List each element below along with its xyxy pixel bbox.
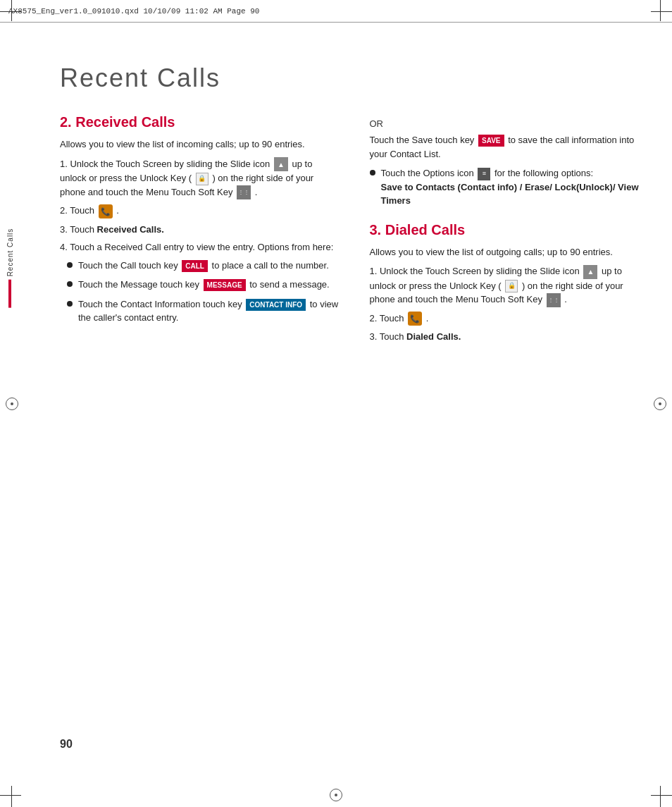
page-title: Recent Calls xyxy=(60,63,651,93)
step-3-bold: Received Calls. xyxy=(97,224,164,235)
section-3: 3. Dialed Calls Allows you to view the l… xyxy=(370,222,652,344)
bullet-options: Touch the Options icon ≡ for the followi… xyxy=(370,166,652,208)
bullet-dot-call xyxy=(67,262,73,268)
options-bold: Save to Contacts (Contact info) / Erase/… xyxy=(381,182,639,207)
section-3-intro: Allows you to view the list of outgoing … xyxy=(370,245,652,259)
step-2-period: . xyxy=(116,205,119,216)
side-label-container: Recent Calls xyxy=(0,228,20,308)
unlock-key-icon-2: 🔒 xyxy=(505,280,518,292)
crop-mark-br-h xyxy=(651,795,672,796)
section-3-step-2: 2. Touch 📞 . xyxy=(370,312,652,326)
menu-icon-2: ⋮⋮ xyxy=(547,293,561,307)
phone-icon-2: 📞 xyxy=(408,312,422,326)
slide-icon-1: ▲ xyxy=(274,157,288,171)
bullet-dot-message xyxy=(67,281,73,287)
section-2-bullets: Touch the Call touch key CALL to place a… xyxy=(67,259,342,325)
options-text-block: Touch the Options icon ≡ for the followi… xyxy=(381,166,652,208)
section-3-step-1: 1. Unlock the Touch Screen by sliding th… xyxy=(370,264,652,307)
step-1-num: 1. Unlock the Touch Screen by sliding th… xyxy=(60,159,273,169)
options-for-text: for the following options: xyxy=(494,168,593,178)
bullet-call-label: Touch the Call touch key xyxy=(78,260,180,271)
s3-step-1-text: 1. Unlock the Touch Screen by sliding th… xyxy=(370,266,583,276)
save-text-block: Touch the Save touch key SAVE to save th… xyxy=(370,133,652,161)
options-icon: ≡ xyxy=(478,168,490,180)
bullet-contact-info: Touch the Contact Information touch key … xyxy=(67,297,342,325)
bullet-dot-options xyxy=(370,170,375,175)
registration-circle-right xyxy=(654,398,666,410)
section-3-heading: 3. Dialed Calls xyxy=(370,222,652,238)
key-call-badge: CALL xyxy=(182,260,208,272)
section-2-step-4: 4. Touch a Received Call entry to view t… xyxy=(60,240,342,254)
s3-step-2-period: . xyxy=(426,313,429,324)
bullet-contact-text: Touch the Contact Information touch key … xyxy=(78,297,342,325)
or-text: OR xyxy=(370,118,652,129)
slide-icon-2: ▲ xyxy=(583,265,597,279)
registration-circle-left xyxy=(6,398,18,410)
side-label-text: Recent Calls xyxy=(6,228,14,277)
save-text: Touch the Save touch key xyxy=(370,135,475,145)
bullet-message-label: Touch the Message touch key xyxy=(78,279,202,290)
s3-step-1-text4: . xyxy=(564,294,567,304)
menu-icon-1: ⋮⋮ xyxy=(237,185,251,199)
bullet-message-text2: to send a message. xyxy=(249,279,329,290)
crop-mark-br-v xyxy=(660,786,661,807)
key-save-badge: SAVE xyxy=(478,135,504,147)
right-column: OR Touch the Save touch key SAVE to save… xyxy=(363,114,652,348)
section-2-intro: Allows you to view the list of incoming … xyxy=(60,137,342,152)
s3-step-3-bold: Dialed Calls. xyxy=(406,331,461,342)
left-column: 2. Received Calls Allows you to view the… xyxy=(60,114,349,348)
bullet-call-text2: to place a call to the number. xyxy=(212,260,329,271)
bullet-call-text: Touch the Call touch key CALL to place a… xyxy=(78,259,329,273)
bullet-message-text: Touch the Message touch key MESSAGE to s… xyxy=(78,278,330,292)
section-2-step-1: 1. Unlock the Touch Screen by sliding th… xyxy=(60,157,342,200)
registration-circle-bottom xyxy=(330,789,342,801)
s3-step-2-text: 2. Touch xyxy=(370,313,407,324)
options-text: Touch the Options icon xyxy=(381,168,474,178)
step-2-num: 2. Touch xyxy=(60,205,97,216)
section-2: 2. Received Calls Allows you to view the… xyxy=(60,114,342,325)
two-columns: 2. Received Calls Allows you to view the… xyxy=(60,114,651,348)
section-2-step-3: 3. Touch Received Calls. xyxy=(60,223,342,237)
bullet-message: Touch the Message touch key MESSAGE to s… xyxy=(67,278,342,292)
crop-mark-bl-h xyxy=(0,795,21,796)
key-message-badge: MESSAGE xyxy=(204,279,246,291)
header-text: AX8575_Eng_ver1.0_091010.qxd 10/10/09 11… xyxy=(8,7,259,16)
section-2-step-2: 2. Touch 📞 . xyxy=(60,204,342,218)
step-3-num: 3. Touch xyxy=(60,224,97,235)
main-content: Recent Calls 2. Received Calls Allows yo… xyxy=(60,35,651,772)
section-2-continuation: OR Touch the Save touch key SAVE to save… xyxy=(370,118,652,208)
crop-mark-bl-v xyxy=(11,786,12,807)
bullet-dot-contact xyxy=(67,301,73,307)
bullet-contact-label: Touch the Contact Information touch key xyxy=(78,299,244,309)
unlock-key-icon-1: 🔒 xyxy=(196,173,209,185)
bullet-call: Touch the Call touch key CALL to place a… xyxy=(67,259,342,273)
phone-icon-1: 📞 xyxy=(99,204,113,218)
section-2-heading: 2. Received Calls xyxy=(60,114,342,130)
step-1-text4: . xyxy=(255,187,258,197)
section-3-step-3: 3. Touch Dialed Calls. xyxy=(370,330,652,344)
step-4-text: 4. Touch a Received Call entry to view t… xyxy=(60,242,333,252)
s3-step-3-text: 3. Touch xyxy=(370,331,407,342)
side-label-bar xyxy=(8,279,11,307)
header-bar: AX8575_Eng_ver1.0_091010.qxd 10/10/09 11… xyxy=(0,0,672,23)
key-contact-info-badge: CONTACT INFO xyxy=(246,299,306,311)
